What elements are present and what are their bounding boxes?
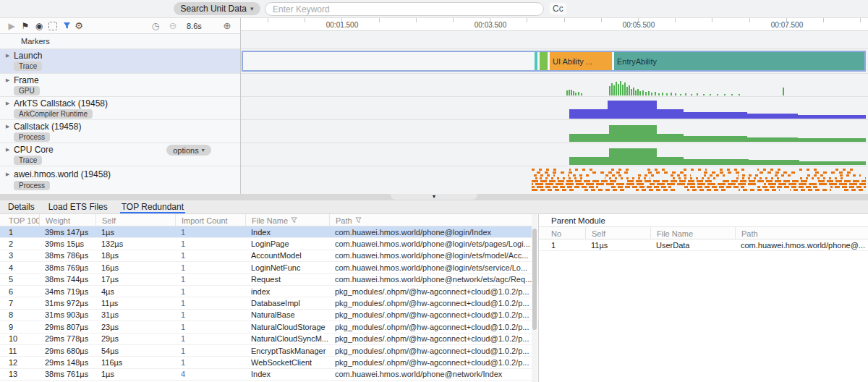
cell-file-name: UserData [650,241,735,250]
table-row[interactable]: 3 38ms 786µs 18µs 1 AccountModel com.hua… [0,250,537,262]
col-top100[interactable]: TOP 100 [0,214,39,226]
flag-icon[interactable]: ⚑ [20,18,31,33]
trace-span[interactable] [535,52,537,70]
cell-self: 4µs [95,287,175,296]
expand-icon[interactable]: ▶ [6,171,9,177]
cpu-chart[interactable] [241,143,868,166]
time-ruler[interactable]: 00:01.500 00:03.500 00:05.500 00:07.500 [241,18,868,31]
col-self[interactable]: Self [585,227,650,239]
sidebar-track-arkts-callstack[interactable]: ▶ ArkTS Callstack (19458) ArkCompiler Ru… [0,97,240,120]
capture-area-icon[interactable] [47,18,59,33]
table-row[interactable]: 7 31ms 972µs 11µs 1 DatabaseImpl pkg_mod… [0,297,537,309]
frame-chart[interactable] [241,74,868,97]
table-row[interactable]: 12 29ms 148µs 116µs 1 WebSocketClient pk… [0,357,537,368]
parent-module-row[interactable]: 1 11µs UserData com.huawei.hmos.world/ph… [539,239,868,251]
track-name: CPU Core [14,145,54,155]
col-weight[interactable]: Weight [39,214,95,226]
process-track[interactable] [241,166,868,194]
arkts-chart[interactable] [241,97,868,120]
cell-file-name: index [245,287,329,296]
sidebar-track-callstack[interactable]: ▶ Callstack (19458) Process [0,120,240,143]
launch-track[interactable]: UI Ability ...EntryAbility [241,49,868,74]
tab-top-redundant[interactable]: TOP Redundant [120,200,185,213]
cell-import-count: 1 [175,228,245,237]
zoom-out-icon[interactable]: ⊖ [167,18,179,33]
cell-import-count: 1 [175,299,245,307]
markers-track[interactable] [241,31,868,49]
cell-weight: 34ms 719µs [39,287,95,296]
cell-path: com.huawei.hmos.world/phone@network/Inde… [329,370,537,378]
options-button[interactable]: options ▾ [166,145,211,156]
filter-icon[interactable] [61,18,72,33]
cell-rank: 1 [0,228,39,237]
gear-icon[interactable]: ⚙ [73,18,85,33]
record-icon[interactable]: ◉ [33,18,45,33]
cell-import-count: 1 [175,239,245,248]
table-row[interactable]: 9 29ms 807µs 23µs 1 NaturalCloudStorage … [0,321,537,333]
col-file-name[interactable]: File Name [245,214,329,226]
table-row[interactable]: 4 38ms 769µs 16µs 1 LoginNetFunc com.hua… [0,262,537,273]
cell-import-count: 4 [175,370,245,378]
table-row[interactable]: 11 29ms 680µs 54µs 1 EncryptTaskManager … [0,345,537,357]
cell-path: pkg_modules/.ohpm/@hw-agconnect+cloud@1.… [329,358,537,367]
col-path[interactable]: Path [735,227,868,239]
sidebar-track-frame[interactable]: ▶ Frame GPU [0,74,240,97]
tab-details[interactable]: Details [7,200,36,213]
col-file-name[interactable]: File Name [650,227,735,239]
tab-load-ets-files[interactable]: Load ETS Files [47,200,109,213]
cell-weight: 29ms 778µs [39,334,95,343]
table-row[interactable]: 10 29ms 778µs 29µs 1 NaturalCloudSyncM..… [0,334,537,345]
expand-icon[interactable]: ▶ [6,77,9,83]
table-row[interactable]: 5 38ms 744µs 17µs 1 Request com.huawei.h… [0,274,537,286]
col-self[interactable]: Self [95,214,175,226]
launch-trace-box[interactable]: UI Ability ...EntryAbility [242,51,866,72]
sidebar-track-launch[interactable]: ▶ Launch Trace [0,49,240,74]
cell-rank: 11 [0,347,39,355]
scrollbar-thumb[interactable] [532,229,537,330]
cell-self: 54µs [95,347,175,355]
cell-file-name: LoginNetFunc [245,263,329,272]
cell-import-count: 1 [175,251,245,260]
expand-icon[interactable]: ▶ [6,124,9,130]
bottom-panel: TOP 100 Weight Self Import Count File Na… [0,214,868,382]
trace-span[interactable]: UI Ability ... [550,52,612,70]
trace-span[interactable] [540,52,548,70]
table-row[interactable]: 1 39ms 147µs 1µs 1 Index com.huawei.hmos… [0,226,537,238]
keyword-input[interactable] [265,2,544,16]
table-row[interactable]: 2 39ms 15µs 132µs 1 LoginPage com.huawei… [0,238,537,250]
play-icon[interactable]: ▶ [6,18,17,33]
clock-icon[interactable]: ◷ [150,18,161,33]
expand-icon[interactable]: ▶ [6,101,9,106]
table-row[interactable]: 8 31ms 903µs 31µs 1 NaturalBase pkg_modu… [0,310,537,321]
match-case-toggle[interactable]: Cc [550,3,566,14]
expand-icon[interactable]: ▶ [6,53,9,59]
sidebar-track-cpu-core[interactable]: ▶ CPU Core Trace options ▾ [0,143,240,166]
horizontal-splitter[interactable]: ▾ [0,194,868,200]
trace-span[interactable]: EntryAbility [614,52,864,70]
zoom-in-icon[interactable]: ⊕ [221,18,233,33]
search-scope-dropdown[interactable]: Search Unit Data ▾ [174,2,260,15]
table-scrollbar[interactable] [532,214,537,382]
cell-file-name: Request [245,275,329,284]
cell-import-count: 1 [175,275,245,284]
cell-rank: 8 [0,310,39,319]
cell-weight: 31ms 972µs [39,299,95,307]
cell-file-name: Index [245,370,329,378]
expand-icon[interactable]: ▶ [6,147,9,153]
col-import-count[interactable]: Import Count [175,214,245,226]
track-badge: Trace [14,61,42,71]
cell-weight: 38ms 744µs [39,275,95,284]
cell-path: com.huawei.hmos.world/phone@login/ets/mo… [329,251,537,260]
callstack-chart[interactable] [241,120,868,143]
track-label-panel: Markers ▶ Launch Trace ▶ Frame GPU ▶ Ark… [0,34,240,194]
table-row[interactable]: 6 34ms 719µs 4µs 1 index pkg_modules/.oh… [0,286,537,297]
collapse-down-handle[interactable]: ▾ [391,194,477,200]
cell-path: pkg_modules/.ohpm/@hw-agconnect+cloud@1.… [329,299,537,307]
table-body: 1 39ms 147µs 1µs 1 Index com.huawei.hmos… [0,226,537,382]
table-row[interactable]: 13 38ms 761µs 1µs 4 Index com.huawei.hmo… [0,369,537,381]
col-no[interactable]: No [539,227,585,239]
col-path[interactable]: Path [329,214,537,226]
cell-self: 1µs [95,370,175,378]
track-name: awei.hmos.world (19458) [14,169,111,179]
sidebar-track-process[interactable]: ▶ awei.hmos.world (19458) Process [0,166,240,194]
